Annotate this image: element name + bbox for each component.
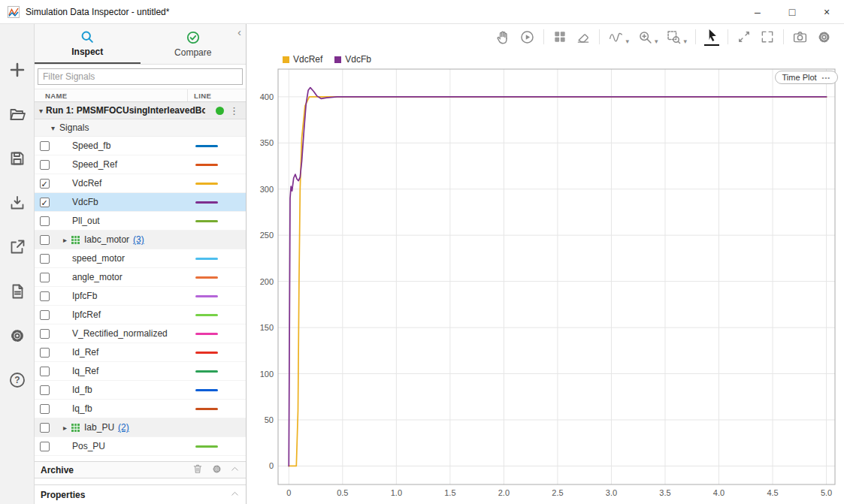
signal-name: Iq_Ref [72, 366, 98, 376]
archive-collapse-icon[interactable] [230, 464, 240, 476]
signal-count-link[interactable]: (3) [133, 234, 144, 245]
signal-row[interactable]: Iq_Ref [35, 362, 246, 381]
export-button[interactable] [8, 237, 27, 257]
signal-row[interactable]: ▸Iab_PU(2) [35, 418, 246, 437]
signals-group-row[interactable]: ▾ Signals [35, 119, 246, 137]
signal-checkbox[interactable] [40, 291, 50, 301]
signal-checkbox[interactable] [40, 141, 50, 151]
replay-icon[interactable] [519, 29, 535, 45]
tab-inspect[interactable]: Inspect [35, 24, 141, 64]
signal-row[interactable]: V_Rectified_normalized [35, 324, 246, 343]
zoom-icon[interactable]: ▾ [637, 29, 658, 45]
svg-text:0.5: 0.5 [337, 488, 348, 497]
signal-checkbox[interactable] [40, 235, 50, 245]
signal-row[interactable]: Pll_out [35, 212, 246, 231]
signal-checkbox[interactable] [40, 385, 50, 395]
line-style-swatch[interactable] [195, 276, 218, 279]
caret-down-icon[interactable]: ▾ [51, 124, 55, 132]
signal-row[interactable]: angle_motor [35, 268, 246, 287]
pointer-arrow-icon[interactable] [704, 28, 719, 46]
signal-checkbox[interactable] [40, 160, 50, 170]
line-style-swatch[interactable] [195, 408, 218, 410]
line-style-swatch[interactable] [195, 389, 218, 391]
signal-checkbox[interactable] [40, 216, 50, 226]
signal-row[interactable]: speed_motor [35, 249, 246, 268]
signal-row[interactable]: ▸Iabc_motor(3) [35, 231, 246, 249]
chevron-down-icon[interactable]: ▾ [683, 38, 687, 45]
signal-trace-icon[interactable]: ▾ [608, 29, 629, 45]
line-style-swatch[interactable] [195, 370, 218, 373]
line-style-swatch[interactable] [195, 445, 218, 448]
signal-checkbox[interactable] [40, 423, 50, 433]
close-button[interactable]: × [809, 0, 844, 23]
badge-options-icon[interactable]: ••• [822, 74, 830, 81]
signal-row[interactable]: Id_Ref [35, 343, 246, 362]
import-button[interactable] [8, 193, 27, 213]
fit-to-view-icon[interactable] [737, 29, 752, 44]
archive-gear-icon[interactable] [211, 463, 222, 477]
signal-count-link[interactable]: (2) [118, 422, 129, 433]
signal-checkbox[interactable]: ✓ [40, 179, 50, 189]
trash-icon[interactable] [192, 463, 204, 477]
chevron-down-icon[interactable]: ▾ [625, 38, 629, 45]
signal-row[interactable]: IpfcRef [35, 306, 246, 324]
report-button[interactable] [8, 282, 27, 301]
line-style-swatch[interactable] [195, 295, 218, 297]
line-style-swatch[interactable] [195, 201, 218, 204]
line-style-swatch[interactable] [195, 183, 218, 185]
signal-checkbox[interactable]: ✓ [40, 198, 50, 207]
caret-right-icon[interactable]: ▸ [63, 424, 67, 432]
line-style-swatch[interactable] [195, 333, 218, 335]
signal-checkbox[interactable] [40, 404, 50, 414]
signal-row[interactable]: Id_fb [35, 381, 246, 400]
filter-signals-input[interactable] [38, 68, 243, 85]
plot-settings-gear-icon[interactable] [816, 29, 832, 45]
line-style-swatch[interactable] [195, 314, 218, 316]
run-options-icon[interactable]: ⋮ [227, 105, 241, 116]
time-plot[interactable]: 00.51.01.52.02.53.03.54.04.55.0050100150… [247, 66, 841, 503]
minimize-button[interactable]: – [740, 0, 775, 23]
line-style-swatch[interactable] [195, 145, 218, 147]
archive-bar[interactable]: Archive [35, 461, 246, 478]
signal-checkbox[interactable] [40, 273, 50, 282]
caret-down-icon[interactable]: ▾ [39, 107, 43, 115]
tab-compare[interactable]: Compare [141, 24, 247, 64]
signal-row[interactable]: Iq_fb [35, 400, 246, 418]
signal-row[interactable]: Pos_PU [35, 437, 246, 456]
signal-checkbox[interactable] [40, 310, 50, 320]
signal-row[interactable]: Speed_fb [35, 137, 246, 155]
line-style-swatch[interactable] [195, 352, 218, 354]
caret-right-icon[interactable]: ▸ [63, 236, 67, 244]
pan-hand-icon[interactable] [495, 29, 511, 45]
signal-line-cell [188, 352, 246, 354]
time-plot-badge[interactable]: Time Plot ••• [775, 71, 838, 84]
line-style-swatch[interactable] [195, 258, 218, 260]
help-button[interactable]: ? [8, 370, 27, 390]
signal-row[interactable]: IpfcFb [35, 287, 246, 306]
open-folder-button[interactable] [8, 104, 27, 124]
add-button[interactable] [8, 60, 27, 80]
signal-checkbox[interactable] [40, 367, 50, 376]
properties-collapse-icon[interactable] [230, 489, 240, 501]
maximize-button[interactable]: □ [775, 0, 809, 23]
line-style-swatch[interactable] [195, 164, 218, 166]
signal-row[interactable]: ✓VdcFb [35, 193, 246, 212]
subplot-layout-icon[interactable] [552, 29, 567, 44]
signal-checkbox[interactable] [40, 254, 50, 264]
signal-checkbox[interactable] [40, 348, 50, 358]
clear-plots-eraser-icon[interactable] [576, 29, 591, 44]
signal-row[interactable]: ✓VdcRef [35, 174, 246, 193]
signal-checkbox[interactable] [40, 442, 50, 451]
fullscreen-icon[interactable] [760, 29, 775, 44]
signal-checkbox[interactable] [40, 329, 50, 339]
save-button[interactable] [8, 149, 27, 168]
snapshot-camera-icon[interactable] [792, 29, 808, 45]
collapse-panel-icon[interactable]: ‹ [237, 26, 241, 38]
chevron-down-icon[interactable]: ▾ [655, 38, 658, 45]
signal-row[interactable]: Speed_Ref [35, 155, 246, 174]
preferences-button[interactable] [8, 326, 27, 346]
line-style-swatch[interactable] [195, 220, 218, 222]
run-row[interactable]: ▾ Run 1: PMSMFOCUsingInterleavedBc ⋮ [35, 102, 246, 119]
properties-bar[interactable]: Properties [35, 484, 246, 504]
zoom-region-icon[interactable]: ▾ [666, 29, 687, 45]
